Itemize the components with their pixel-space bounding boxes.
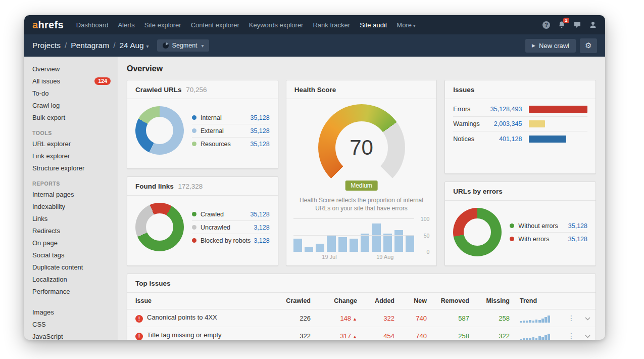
notifications-button[interactable]: 2 [558, 21, 566, 29]
column-new[interactable]: New [400, 293, 432, 309]
legend-item-internal[interactable]: Internal 35,128 [192, 111, 270, 124]
new-value[interactable]: 740 [400, 309, 432, 327]
sidebar-item-overview[interactable]: Overview [24, 63, 118, 75]
sidebar-item-url-explorer[interactable]: URL explorer [24, 138, 118, 150]
settings-button[interactable]: ⚙ [580, 38, 597, 53]
removed-value[interactable]: 587 [432, 309, 474, 327]
table-row-title-missing[interactable]: !Title tag missing or empty 322 317▲ 454… [127, 327, 596, 340]
nav-alerts[interactable]: Alerts [118, 21, 134, 29]
missing-value[interactable]: 322 [474, 327, 515, 340]
legend-item-external[interactable]: External 35,128 [192, 124, 270, 138]
messages-button[interactable] [573, 21, 581, 29]
legend-value[interactable]: 35,128 [568, 236, 587, 243]
issue-count[interactable]: 35,128,493 [485, 106, 529, 113]
issues-title: Issues [453, 86, 474, 94]
issue-name[interactable]: Title tag missing or empty [147, 331, 222, 339]
column-actions [563, 293, 580, 309]
legend-value[interactable]: 35,128 [568, 222, 587, 230]
sidebar-item-bulk-export[interactable]: Bulk export [24, 111, 118, 123]
legend-value[interactable]: 35,128 [250, 211, 269, 218]
legend-item-with-errors[interactable]: With errors 35,128 [510, 233, 587, 245]
legend-item-without-errors[interactable]: Without errors 35,128 [510, 219, 587, 233]
sidebar-item-to-do[interactable]: To-do [24, 87, 118, 99]
sidebar-item-performance[interactable]: Performance [24, 285, 118, 297]
nav-site-explorer[interactable]: Site explorer [144, 21, 181, 29]
crawled-urls-total: 70,256 [186, 86, 207, 94]
sidebar-item-link-explorer[interactable]: Link explorer [24, 150, 118, 162]
sidebar-item-on-page[interactable]: On page [24, 237, 118, 249]
column-removed[interactable]: Removed [432, 293, 474, 309]
sidebar-item-localization[interactable]: Localization [24, 273, 118, 285]
nav-keywords-explorer[interactable]: Keywords explorer [249, 21, 304, 29]
help-icon[interactable]: ? [542, 21, 550, 29]
legend-item-uncrawled[interactable]: Uncrawled 3,128 [192, 221, 270, 234]
new-value[interactable]: 740 [400, 327, 432, 340]
sidebar-item-label: Link explorer [32, 152, 70, 160]
sidebar-item-redirects[interactable]: Redirects [24, 225, 118, 237]
top-issues-table: Issue Crawled Change Added New Removed M… [127, 293, 596, 340]
change-value[interactable]: 317 [340, 332, 351, 340]
column-issue[interactable]: Issue [127, 293, 275, 309]
ahrefs-logo[interactable]: ahrefs [32, 19, 64, 31]
notices-bar [529, 136, 566, 143]
removed-value[interactable]: 258 [432, 327, 474, 340]
crawled-urls-legend: Internal 35,128 External 35,128 [192, 111, 270, 150]
trend-sparkline [520, 313, 550, 323]
sidebar-item-internal-pages[interactable]: Internal pages [24, 188, 118, 200]
sidebar-item-css[interactable]: CSS [24, 318, 118, 330]
legend-item-blocked[interactable]: Blocked by robots.txt 3,128 [192, 234, 270, 247]
legend-value[interactable]: 35,128 [250, 127, 269, 134]
column-crawled[interactable]: Crawled [275, 293, 316, 309]
nav-rank-tracker[interactable]: Rank tracker [313, 21, 350, 29]
breadcrumb-projects[interactable]: Projects [32, 41, 61, 50]
sidebar-item-social-tags[interactable]: Social tags [24, 249, 118, 261]
issue-count[interactable]: 2,003,345 [485, 120, 529, 127]
issue-count[interactable]: 401,128 [485, 136, 529, 143]
crawl-date-dropdown[interactable]: 24 Aug ▾ [119, 41, 148, 50]
legend-item-crawled[interactable]: Crawled 35,128 [192, 208, 270, 221]
more-options-icon[interactable]: ⋮ [568, 332, 575, 340]
change-value[interactable]: 148 [340, 315, 351, 322]
legend-value[interactable]: 3,128 [254, 224, 269, 231]
sidebar-item-all-issues[interactable]: All issues 124 [24, 75, 118, 87]
breadcrumb-project-name[interactable]: Pentagram [71, 41, 109, 50]
issues-row-notices[interactable]: Notices 401,128 [453, 131, 587, 146]
sidebar-item-duplicate-content[interactable]: Duplicate content [24, 261, 118, 273]
crawled-value[interactable]: 322 [275, 327, 316, 340]
sidebar-item-javascript[interactable]: JavaScript [24, 330, 118, 340]
table-row-canonical-4xx[interactable]: !Canonical points to 4XX 226 148▲ 322 74… [127, 309, 596, 327]
more-options-icon[interactable]: ⋮ [568, 314, 575, 322]
issues-row-warnings[interactable]: Warnings 2,003,345 [453, 117, 587, 131]
new-crawl-button[interactable]: ▶ New crawl [525, 39, 576, 53]
added-value[interactable]: 454 [362, 327, 400, 340]
legend-value[interactable]: 3,128 [254, 237, 269, 244]
gear-icon: ⚙ [585, 41, 591, 50]
sidebar-item-crawl-log[interactable]: Crawl log [24, 99, 118, 111]
column-trend[interactable]: Trend [515, 293, 563, 309]
sidebar-item-indexability[interactable]: Indexability [24, 200, 118, 212]
expand-row-button[interactable] [580, 309, 596, 327]
sidebar-item-label: On page [32, 239, 58, 247]
added-value[interactable]: 322 [362, 309, 400, 327]
missing-value[interactable]: 258 [474, 309, 515, 327]
legend-value[interactable]: 35,128 [250, 114, 269, 121]
crawled-value[interactable]: 226 [275, 309, 316, 327]
legend-item-resources[interactable]: Resources 35,128 [192, 138, 270, 150]
column-change[interactable]: Change [316, 293, 362, 309]
nav-site-audit[interactable]: Site audit [360, 21, 387, 29]
sidebar-item-links[interactable]: Links [24, 212, 118, 225]
nav-content-explorer[interactable]: Content explorer [191, 21, 239, 29]
legend-value[interactable]: 35,128 [250, 141, 269, 148]
nav-more[interactable]: More▾ [397, 21, 415, 29]
sidebar-item-images[interactable]: Images [24, 306, 118, 318]
sidebar-item-label: Internal pages [32, 191, 74, 198]
account-button[interactable] [589, 21, 597, 29]
column-added[interactable]: Added [362, 293, 400, 309]
expand-row-button[interactable] [580, 327, 596, 340]
column-missing[interactable]: Missing [474, 293, 515, 309]
segment-dropdown[interactable]: Segment ▾ [157, 39, 209, 52]
nav-dashboard[interactable]: Dashboard [76, 21, 109, 29]
sidebar-item-structure-explorer[interactable]: Structure explorer [24, 162, 118, 174]
issues-row-errors[interactable]: Errors 35,128,493 [453, 102, 587, 117]
issue-name[interactable]: Canonical points to 4XX [147, 313, 217, 321]
